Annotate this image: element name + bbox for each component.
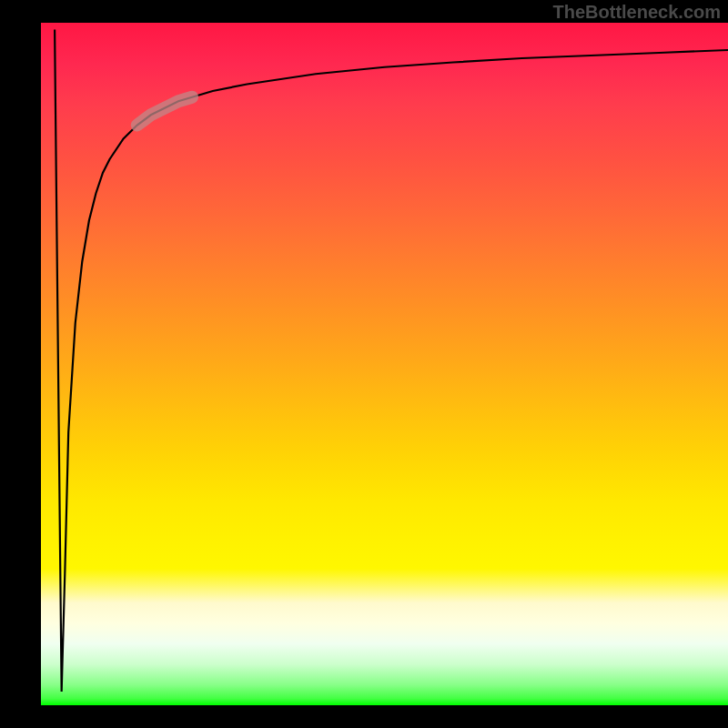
- watermark-text: TheBottleneck.com: [553, 2, 721, 23]
- chart-curve-svg: [41, 23, 728, 705]
- curve-highlight-marker: [137, 97, 192, 126]
- bottleneck-curve-line: [55, 30, 728, 693]
